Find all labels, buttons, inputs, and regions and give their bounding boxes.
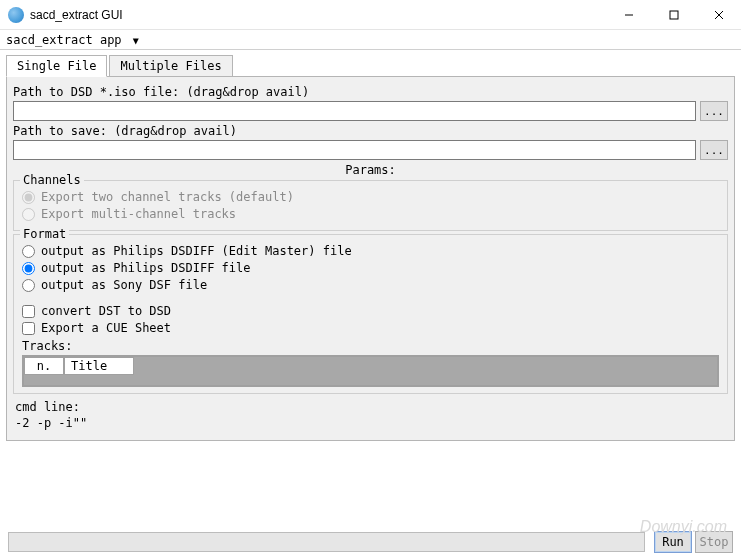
format-legend: Format [20, 227, 69, 241]
radio-dsdiff-edit-master-label: output as Philips DSDIFF (Edit Master) f… [41, 244, 352, 258]
radio-multi-channel-label: Export multi-channel tracks [41, 207, 236, 221]
stop-button: Stop [695, 531, 733, 553]
save-path-label: Path to save: (drag&drop avail) [13, 124, 728, 138]
minimize-button[interactable] [606, 0, 651, 30]
window-controls [606, 0, 741, 30]
menu-bar: sacd_extract app ▼ [0, 30, 741, 50]
radio-multi-channel [22, 208, 35, 221]
format-group: Format output as Philips DSDIFF (Edit Ma… [13, 234, 728, 394]
iso-path-label: Path to DSD *.iso file: (drag&drop avail… [13, 85, 728, 99]
tracks-grid[interactable]: n. Title [22, 355, 719, 387]
app-icon [8, 7, 24, 23]
tracks-col-title[interactable]: Title [64, 357, 134, 375]
channels-group: Channels Export two channel tracks (defa… [13, 180, 728, 231]
radio-dsdiff-edit-master[interactable] [22, 245, 35, 258]
radio-dsdiff-label: output as Philips DSDIFF file [41, 261, 251, 275]
title-bar: sacd_extract GUI [0, 0, 741, 30]
tab-single-file[interactable]: Single File [6, 55, 107, 77]
save-path-input[interactable] [13, 140, 696, 160]
tab-panel-single: Path to DSD *.iso file: (drag&drop avail… [6, 76, 735, 441]
app-menu[interactable]: sacd_extract app ▼ [6, 33, 139, 47]
tabs: Single File Multiple Files [6, 54, 735, 76]
window-title: sacd_extract GUI [30, 8, 606, 22]
cmdline-value: -2 -p -i"" [15, 416, 726, 430]
tab-multiple-files[interactable]: Multiple Files [109, 55, 232, 77]
iso-path-input[interactable] [13, 101, 696, 121]
radio-sony-dsf-label: output as Sony DSF file [41, 278, 207, 292]
checkbox-convert-dst[interactable] [22, 305, 35, 318]
run-button[interactable]: Run [654, 531, 692, 553]
cmdline-label: cmd line: [15, 400, 726, 414]
channels-legend: Channels [20, 173, 84, 187]
radio-sony-dsf[interactable] [22, 279, 35, 292]
checkbox-export-cue-label: Export a CUE Sheet [41, 321, 171, 335]
tracks-col-n[interactable]: n. [24, 357, 64, 375]
iso-browse-button[interactable]: ... [700, 101, 728, 121]
bottom-bar: Run Stop [8, 531, 733, 553]
params-label: Params: [13, 163, 728, 177]
svg-rect-1 [670, 11, 678, 19]
close-button[interactable] [696, 0, 741, 30]
checkbox-convert-dst-label: convert DST to DSD [41, 304, 171, 318]
radio-dsdiff[interactable] [22, 262, 35, 275]
tracks-label: Tracks: [22, 339, 719, 353]
checkbox-export-cue[interactable] [22, 322, 35, 335]
chevron-down-icon: ▼ [133, 35, 139, 46]
maximize-button[interactable] [651, 0, 696, 30]
save-browse-button[interactable]: ... [700, 140, 728, 160]
progress-bar [8, 532, 645, 552]
app-menu-label: sacd_extract app [6, 33, 122, 47]
radio-two-channel-label: Export two channel tracks (default) [41, 190, 294, 204]
radio-two-channel [22, 191, 35, 204]
